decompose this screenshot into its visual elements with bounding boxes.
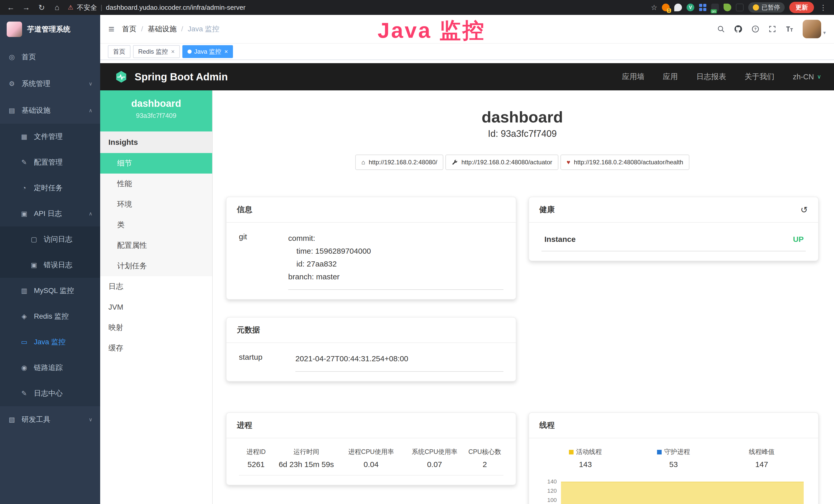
sidebar-item-error-logs[interactable]: ▣ 错误日志	[0, 252, 100, 278]
breadcrumb-home[interactable]: 首页	[122, 24, 136, 34]
sba-brand[interactable]: Spring Boot Admin	[114, 70, 228, 84]
actuator-url-link[interactable]: http://192.168.0.2:48080/actuator	[445, 155, 558, 170]
sba-instance-header[interactable]: dashboard 93a3fc7f7409	[100, 90, 212, 132]
infrastructure-submenu: ▦ 文件管理 ✎ 配置管理 ◔ 定时任务 ▣ API 日志 ∧	[0, 124, 100, 406]
window-body: 芋道管理系统 ◎ 首页 ⚙ 系统管理 ∨ ▤ 基础设施 ∧	[0, 15, 834, 504]
update-label: 更新	[795, 4, 808, 11]
sidebar-item-redis-monitor[interactable]: ◈ Redis 监控	[0, 303, 100, 329]
sba-item-environment[interactable]: 环境	[100, 194, 212, 215]
history-icon[interactable]: ↺	[800, 205, 808, 215]
cell-pid: 5261	[239, 460, 273, 475]
user-avatar[interactable]: ▾	[803, 20, 826, 38]
sba-item-classes[interactable]: 类	[100, 215, 212, 235]
menu-label: 配置管理	[34, 157, 63, 167]
reload-icon[interactable]: ↻	[37, 3, 46, 12]
infrastructure-icon: ▤	[8, 107, 16, 115]
app-logo[interactable]: 芋道管理系统	[0, 15, 100, 44]
sidebar-item-mysql-monitor[interactable]: ▥ MySQL 监控	[0, 278, 100, 303]
sba-item-jvm[interactable]: JVM	[100, 297, 212, 317]
extension-drop-icon[interactable]	[674, 4, 682, 11]
tab-home[interactable]: 首页	[108, 45, 130, 58]
url-text[interactable]: dashboard.yudao.iocoder.cn/infra/admin-s…	[106, 4, 245, 12]
tab-redis-monitor[interactable]: Redis 监控 ×	[133, 45, 180, 58]
sidebar-item-log-center[interactable]: ✎ 日志中心	[0, 381, 100, 406]
sidebar-item-dev-tools[interactable]: ▧ 研发工具 ∨	[0, 406, 100, 433]
sidebar-item-home[interactable]: ◎ 首页	[0, 44, 100, 70]
sba-item-logs[interactable]: 日志	[100, 276, 212, 297]
app-title: 芋道管理系统	[27, 24, 70, 34]
sidebar-item-config-management[interactable]: ✎ 配置管理	[0, 150, 100, 175]
sba-item-performance[interactable]: 性能	[100, 174, 212, 194]
sba-item-config-props[interactable]: 配置属性	[100, 235, 212, 256]
sidebar-item-trace[interactable]: ◉ 链路追踪	[0, 355, 100, 381]
extension-v-icon[interactable]: V	[686, 4, 694, 11]
sba-item-details[interactable]: 细节	[100, 153, 212, 174]
menu-label: 文件管理	[34, 132, 63, 141]
help-icon[interactable]: ?	[751, 25, 760, 33]
health-url-link[interactable]: ♥ http://192.168.0.2:48080/actuator/heal…	[561, 155, 689, 170]
sba-nav-wall[interactable]: 应用墙	[622, 72, 644, 82]
tab-java-monitor[interactable]: Java 监控 ×	[182, 45, 233, 58]
sidebar-item-api-logs[interactable]: ▣ API 日志 ∧	[0, 201, 100, 226]
search-icon[interactable]	[717, 25, 725, 33]
sba-nav-journal[interactable]: 日志报表	[696, 72, 726, 82]
link-url: http://192.168.0.2:48080/actuator	[461, 159, 552, 166]
home-icon[interactable]: ⌂	[52, 3, 62, 12]
browser-update-button[interactable]: 更新	[789, 2, 814, 13]
sidebar-item-java-monitor[interactable]: ▭ Java 监控	[0, 329, 100, 355]
extension-leaf-icon[interactable]	[724, 4, 731, 11]
sba-group-insights: Insights	[100, 132, 212, 153]
sidebar-item-file-management[interactable]: ▦ 文件管理	[0, 124, 100, 150]
font-size-icon[interactable]	[785, 25, 794, 33]
health-row[interactable]: Instance UP	[542, 232, 806, 251]
separator: |	[101, 4, 103, 12]
address-bar[interactable]: ⚠ 不安全 | dashboard.yudao.iocoder.cn/infra…	[68, 3, 245, 12]
forward-icon[interactable]: →	[22, 3, 31, 12]
extension-tampermonkey-icon[interactable]: on	[711, 4, 719, 11]
menu-label: 系统管理	[22, 79, 50, 89]
log-center-icon: ✎	[20, 389, 28, 397]
cell-process-cpu: 0.04	[339, 460, 403, 475]
paused-extension-button[interactable]: 已暂停	[748, 2, 785, 13]
menu-label: API 日志	[34, 209, 62, 219]
sba-locale-select[interactable]: zh-CN ∨	[793, 73, 821, 81]
extension-count-badge: 1	[667, 8, 671, 13]
chevron-down-icon: ▾	[823, 29, 826, 36]
extension-grid-icon[interactable]	[699, 4, 707, 11]
table-row: 143 53 147	[542, 460, 806, 471]
sba-item-mappings[interactable]: 映射	[100, 317, 212, 338]
bookmark-star-icon[interactable]: ☆	[651, 3, 657, 12]
cell-cpu-cores: 2	[466, 460, 503, 475]
sidebar-item-system-management[interactable]: ⚙ 系统管理 ∨	[0, 70, 100, 97]
sba-item-caches[interactable]: 缓存	[100, 338, 212, 359]
app-body: Java 监控 ≡ 首页 / 基础设施 / Java 监控	[100, 15, 834, 504]
sba-nav-about[interactable]: 关于我们	[745, 72, 774, 82]
heart-icon: ♥	[567, 159, 570, 166]
header-actions: ? ▾	[717, 20, 826, 38]
hamburger-icon[interactable]: ≡	[108, 23, 114, 35]
menu-label: 日志中心	[34, 388, 63, 398]
column-header: 系统CPU使用率	[403, 448, 466, 460]
sidebar-item-scheduled-jobs[interactable]: ◔ 定时任务	[0, 175, 100, 201]
sba-item-scheduled-tasks[interactable]: 计划任务	[100, 256, 212, 276]
sidebar-item-infrastructure[interactable]: ▤ 基础设施 ∧	[0, 97, 100, 124]
breadcrumb-infrastructure[interactable]: 基础设施	[148, 24, 176, 34]
instance-url-link[interactable]: ⌂ http://192.168.0.2:48080/	[355, 155, 443, 170]
fullscreen-icon[interactable]	[768, 25, 776, 33]
extension-fox-icon[interactable]: 1	[662, 4, 670, 11]
extension-puzzle-icon[interactable]	[736, 4, 744, 11]
close-icon[interactable]: ×	[224, 48, 228, 55]
sba-nav-applications[interactable]: 应用	[663, 72, 678, 82]
chevron-up-icon: ∧	[89, 210, 92, 217]
close-icon[interactable]: ×	[171, 48, 175, 55]
back-icon[interactable]: ←	[6, 3, 16, 12]
browser-menu-icon[interactable]: ⋮	[818, 3, 828, 12]
sidebar-item-access-logs[interactable]: ▢ 访问日志	[0, 226, 100, 252]
database-icon: ▥	[20, 287, 28, 295]
breadcrumb-separator: /	[141, 25, 143, 33]
github-icon[interactable]	[734, 25, 743, 33]
avatar-image	[803, 20, 821, 38]
threads-legend: 活动线程 守护进程 线程峰值 143 53	[542, 448, 806, 471]
info-key: git	[239, 232, 288, 290]
file-icon: ▦	[20, 133, 28, 141]
